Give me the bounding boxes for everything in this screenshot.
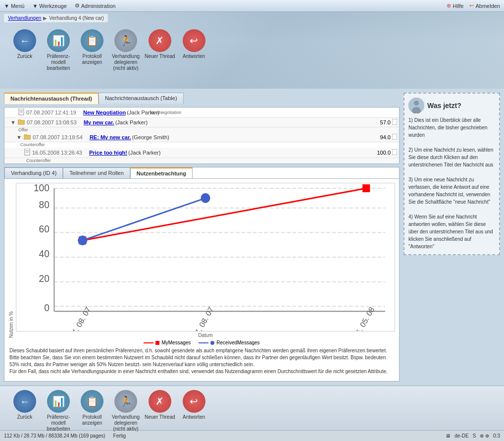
preference-icon: 📊	[47, 29, 70, 52]
help-avatar	[408, 98, 424, 113]
msg-author: (Jack Parker)	[128, 150, 160, 156]
svg-text:100: 100	[34, 183, 50, 193]
msg-timestamp: 07.08.2007 13:08:53	[27, 119, 84, 125]
new-thread-label: Neuer Thread	[145, 54, 175, 59]
svg-text:07. 08. 07: 07. 08. 07	[68, 305, 92, 331]
menu-item[interactable]: ▼ Menü	[4, 3, 24, 9]
svg-point-30	[201, 193, 210, 203]
bottom-delegate-button[interactable]: 🏃 Verhandlungdelegieren(nicht aktiv)	[111, 390, 141, 432]
expand-icon[interactable]: ▼	[10, 119, 16, 125]
expand-icon[interactable]: ▼	[16, 134, 22, 140]
tab-table[interactable]: Nachrichtenaustausch (Table)	[99, 93, 184, 104]
msg-title[interactable]: RE: My new car.	[90, 134, 131, 140]
legend-red-box	[155, 341, 159, 345]
bottom-preference-label: Präferenz-modellbearbeiten	[47, 414, 70, 432]
msg-timestamp: 16.05.2008 13:26:43	[32, 150, 89, 156]
bottom-tab-bar: Verhandlung (ID 4) Teilnehmer und Rollen…	[4, 167, 399, 179]
tab-teilnehmer[interactable]: Teilnehmer und Rollen	[63, 167, 130, 178]
bottom-reply-button[interactable]: ↩ Antworten	[179, 390, 209, 420]
new-thread-button[interactable]: ✗ Neuer Thread	[145, 29, 175, 59]
right-panel: Was jetzt? 1) Dies ist ein Überblick übe…	[403, 93, 500, 382]
status-locale: de-DE	[454, 433, 468, 439]
svg-rect-3	[392, 119, 397, 125]
help-label: Hilfe	[453, 3, 463, 9]
message-tab-bar: Nachrichtenaustausch (Thread) Nachrichte…	[4, 93, 400, 104]
admin-item[interactable]: ⚙ Administration	[75, 2, 116, 9]
top-menu-bar: ▼ Menü ▼ Werkzeuge ⚙ Administration ⊕ Hi…	[0, 0, 504, 12]
breadcrumb: Verhandlungen ▶ Verhandlung 4 (New car)	[4, 14, 108, 22]
status-time: 0:3	[493, 433, 500, 439]
status-net-icons: ⊕ ⊕	[480, 433, 489, 439]
msg-author: (George Smith)	[132, 134, 169, 140]
reply-button[interactable]: ↩ Antworten	[179, 29, 209, 59]
bottom-toolbar: ← Zurück 📊 Präferenz-modellbearbeiten 📋 …	[0, 386, 504, 430]
bottom-back-label: Zurück	[17, 414, 33, 420]
tab-thread[interactable]: Nachrichtenaustausch (Thread)	[4, 93, 99, 104]
chart-grid: 0 20 40 60 80 100 07. 08. 07 07. 08. 07 …	[16, 183, 395, 331]
logout-label: Abmelden	[475, 3, 500, 9]
breadcrumb-root[interactable]: Verhandlungen	[8, 15, 41, 21]
status-memory: 112 Kb / 28.73 Mb / 88338.24 Mb (169 pag…	[4, 433, 105, 439]
help-title-row: Was jetzt?	[408, 98, 495, 113]
help-title: Was jetzt?	[427, 101, 461, 111]
msg-size: 100.0	[377, 150, 391, 156]
svg-text:20: 20	[39, 273, 50, 283]
left-panel: Nachrichtenaustausch (Thread) Nachrichte…	[4, 93, 400, 382]
help-icon: ⊕	[447, 2, 451, 9]
bottom-back-button[interactable]: ← Zurück	[10, 390, 40, 420]
msg-title[interactable]: New Negotiation	[83, 110, 126, 115]
legend-blue-dot	[210, 341, 214, 345]
bottom-protocol-button[interactable]: 📋 Protokollanzeigen	[77, 390, 107, 426]
delegate-button[interactable]: 🏃 Verhandlungdelegieren(nicht aktiv)	[111, 29, 141, 71]
main-toolbar: ← Zurück 📊 Präferenz-modellbearbeiten 📋 …	[0, 24, 504, 76]
tab-verhandlung[interactable]: Verhandlung (ID 4)	[4, 167, 63, 178]
svg-text:0: 0	[44, 302, 50, 313]
svg-text:60: 60	[39, 223, 50, 234]
reply-icon: ↩	[183, 29, 205, 52]
legend-received-messages: ReceivedMessages	[199, 340, 259, 345]
bottom-new-thread-button[interactable]: ✗ Neuer Thread	[145, 390, 175, 420]
msg-timestamp: 07.08.2007 13:18:54	[33, 134, 90, 140]
doc-icon	[18, 109, 24, 116]
bottom-protocol-label: Protokollanzeigen	[82, 414, 102, 426]
admin-icon: ⚙	[75, 2, 80, 9]
legend-red-line	[144, 342, 153, 343]
chart-area: Nutzen in %	[4, 179, 399, 381]
msg-size-icon	[392, 119, 397, 126]
svg-rect-8	[392, 149, 397, 155]
svg-rect-28	[362, 184, 370, 192]
protocol-button[interactable]: 📋 Protokollanzeigen	[77, 29, 107, 65]
new-thread-icon: ✗	[149, 29, 171, 52]
legend-received-label: ReceivedMessages	[216, 340, 259, 345]
bottom-delegate-label: Verhandlungdelegieren(nicht aktiv)	[112, 414, 140, 432]
tab-table-label: Nachrichtenaustausch (Table)	[105, 95, 177, 101]
legend-my-label: MyMessages	[161, 340, 191, 345]
chart-note: Dieses Schaubild basiert auf ihren persö…	[8, 345, 395, 377]
msg-title[interactable]: My new car.	[84, 119, 114, 125]
logout-item[interactable]: ↩ Abmelden	[469, 2, 500, 9]
status-bar: 112 Kb / 28.73 Mb / 88338.24 Mb (169 pag…	[0, 430, 504, 441]
tab-nutzen[interactable]: Nutzenbetrachtung	[130, 167, 193, 178]
svg-text:16. 05. 08: 16. 05. 08	[352, 305, 376, 331]
preference-button[interactable]: 📊 Präferenz-modellbearbeiten	[44, 29, 73, 71]
message-row: 16.05.2008 13:26:43 Price too high! (Jac…	[4, 148, 399, 158]
message-row: 07.08.2007 12:41:19 New Negotiation (Jac…	[4, 108, 399, 118]
bottom-preference-button[interactable]: 📊 Präferenz-modellbearbeiten	[44, 390, 73, 432]
delegate-label: Verhandlungdelegieren(nicht aktiv)	[112, 54, 140, 71]
msg-size: 57.0	[380, 119, 391, 125]
msg-type: NewNegotiation	[150, 110, 182, 115]
tools-label: Werkzeuge	[39, 3, 66, 9]
tools-item[interactable]: ▼ Werkzeuge	[32, 3, 66, 9]
legend-my-messages: MyMessages	[144, 340, 191, 345]
folder-icon	[24, 134, 31, 141]
bottom-reply-label: Antworten	[183, 414, 205, 420]
back-button[interactable]: ← Zurück	[10, 29, 40, 59]
help-item[interactable]: ⊕ Hilfe	[447, 2, 463, 9]
message-row: ▼ 07.08.2007 13:08:53 My new car. (Jack …	[4, 118, 399, 127]
svg-point-33	[414, 101, 419, 106]
y-axis-label: Nutzen in %	[8, 183, 14, 338]
msg-subtype: Counteroffer	[4, 142, 399, 148]
status-right: 🖥 de-DE S ⊕ ⊕ 0:3	[446, 433, 500, 439]
main-content: Nachrichtenaustausch (Thread) Nachrichte…	[0, 89, 504, 386]
msg-title[interactable]: Price too high!	[89, 150, 127, 156]
